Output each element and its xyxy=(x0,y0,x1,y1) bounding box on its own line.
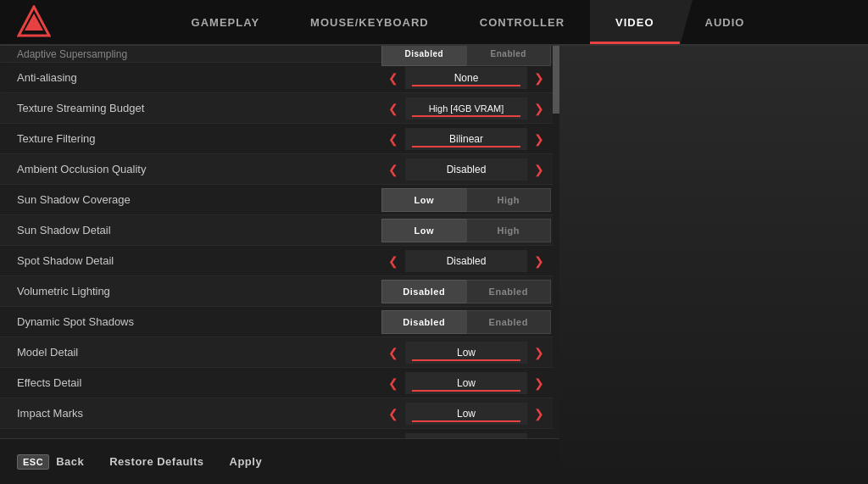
value-impact-marks: Low xyxy=(405,403,527,425)
partial-toggle-on[interactable]: Enabled xyxy=(466,46,552,66)
back-label: Back xyxy=(56,455,84,468)
arrow-left-model-detail[interactable]: ❮ xyxy=(381,341,405,364)
row-anti-aliasing: Anti-aliasing ❮ None ❯ xyxy=(0,63,559,93)
toggle-sun-shadow-coverage-low[interactable]: Low xyxy=(381,188,466,212)
arrow-right-model-detail[interactable]: ❯ xyxy=(527,341,551,364)
control-anti-aliasing: ❮ None ❯ xyxy=(381,66,551,90)
row-impact-marks: Impact Marks ❮ Low ❯ xyxy=(0,398,559,429)
label-spot-shadow-detail: Spot Shadow Detail xyxy=(8,254,381,267)
logo-area xyxy=(0,0,68,44)
scrollbar-track xyxy=(553,46,559,438)
row-spot-shadow-detail: Spot Shadow Detail ❮ Disabled ❯ xyxy=(0,246,559,276)
value-texture-filtering: Bilinear xyxy=(405,128,527,150)
toggle-sun-shadow-detail-high[interactable]: High xyxy=(466,219,552,242)
value-ambient-occlusion: Disabled xyxy=(405,159,527,181)
toggle-sun-shadow-coverage-high[interactable]: High xyxy=(466,188,552,212)
arrow-right-texture-filtering[interactable]: ❯ xyxy=(527,127,551,151)
svg-marker-1 xyxy=(25,14,43,31)
bottom-bar: ESC Back Restore Defaults Apply xyxy=(0,438,559,484)
navigation-bar: GAMEPLAY MOUSE/KEYBOARD CONTROLLER VIDEO… xyxy=(0,0,868,46)
tab-video[interactable]: VIDEO xyxy=(590,0,679,44)
toggle-sun-shadow-detail-low[interactable]: Low xyxy=(381,219,466,242)
arrow-left-anti-aliasing[interactable]: ❮ xyxy=(381,66,405,90)
partial-label: Adaptive Supersampling xyxy=(8,48,381,60)
label-anti-aliasing: Anti-aliasing xyxy=(8,71,381,84)
esc-key-badge: ESC xyxy=(17,454,49,470)
row-effects-detail: Effects Detail ❮ Low ❯ xyxy=(0,368,559,398)
tab-audio[interactable]: AUDIO xyxy=(680,0,771,44)
control-impact-marks: ❮ Low ❯ xyxy=(381,402,551,426)
arrow-left-texture-streaming[interactable]: ❮ xyxy=(381,97,405,120)
control-texture-filtering: ❮ Bilinear ❯ xyxy=(381,127,551,151)
arrow-right-ragdolls[interactable]: ❯ xyxy=(527,432,551,439)
control-spot-shadow-detail: ❮ Disabled ❯ xyxy=(381,249,551,273)
scrollbar-thumb[interactable] xyxy=(553,46,559,114)
settings-panel: Adaptive Supersampling Disabled Enabled … xyxy=(0,46,559,484)
row-model-detail: Model Detail ❮ Low ❯ xyxy=(0,337,559,368)
arrow-left-ambient-occlusion[interactable]: ❮ xyxy=(381,158,405,181)
row-sun-shadow-detail: Sun Shadow Detail Low High xyxy=(0,215,559,246)
apply-label: Apply xyxy=(230,455,263,468)
control-ambient-occlusion: ❮ Disabled ❯ xyxy=(381,158,551,181)
toggle-dynamic-spot-shadows-disabled[interactable]: Disabled xyxy=(381,310,466,334)
control-model-detail: ❮ Low ❯ xyxy=(381,341,551,364)
arrow-right-spot-shadow-detail[interactable]: ❯ xyxy=(527,249,551,273)
label-sun-shadow-detail: Sun Shadow Detail xyxy=(8,224,381,236)
value-effects-detail: Low xyxy=(405,372,527,394)
arrow-right-ambient-occlusion[interactable]: ❯ xyxy=(527,158,551,181)
label-sun-shadow-coverage: Sun Shadow Coverage xyxy=(8,193,381,206)
arrow-left-spot-shadow-detail[interactable]: ❮ xyxy=(381,249,405,273)
row-sun-shadow-coverage: Sun Shadow Coverage Low High xyxy=(0,185,559,215)
toggle-volumetric-lighting-enabled[interactable]: Enabled xyxy=(466,280,552,303)
control-sun-shadow-coverage: Low High xyxy=(381,188,551,212)
main-content: Adaptive Supersampling Disabled Enabled … xyxy=(0,46,868,484)
control-sun-shadow-detail: Low High xyxy=(381,219,551,242)
apply-button[interactable]: Apply xyxy=(230,455,263,468)
back-button[interactable]: ESC Back xyxy=(17,454,84,470)
label-effects-detail: Effects Detail xyxy=(8,376,381,389)
partial-toggle-off[interactable]: Disabled xyxy=(381,46,466,66)
arrow-left-texture-filtering[interactable]: ❮ xyxy=(381,127,405,151)
label-impact-marks: Impact Marks xyxy=(8,407,381,420)
label-ambient-occlusion: Ambient Occlusion Quality xyxy=(8,163,381,175)
arrow-right-texture-streaming[interactable]: ❯ xyxy=(527,97,551,120)
control-effects-detail: ❮ Low ❯ xyxy=(381,371,551,395)
tab-gameplay[interactable]: GAMEPLAY xyxy=(166,0,285,44)
partial-row: Adaptive Supersampling Disabled Enabled xyxy=(0,46,559,63)
tab-controller[interactable]: CONTROLLER xyxy=(454,0,590,44)
control-texture-streaming: ❮ High [4GB VRAM] ❯ xyxy=(381,97,551,120)
tab-mouse-keyboard[interactable]: MOUSE/KEYBOARD xyxy=(285,0,454,44)
restore-defaults-label: Restore Defaults xyxy=(109,455,203,468)
value-model-detail: Low xyxy=(405,342,527,364)
row-ragdolls: Ragdolls ❮ Low ❯ xyxy=(0,429,559,438)
arrow-left-effects-detail[interactable]: ❮ xyxy=(381,371,405,395)
arrow-right-effects-detail[interactable]: ❯ xyxy=(527,371,551,395)
label-texture-filtering: Texture Filtering xyxy=(8,132,381,145)
arrow-left-impact-marks[interactable]: ❮ xyxy=(381,402,405,426)
value-anti-aliasing: None xyxy=(405,67,527,89)
nav-tabs: GAMEPLAY MOUSE/KEYBOARD CONTROLLER VIDEO… xyxy=(68,0,868,44)
value-spot-shadow-detail: Disabled xyxy=(405,250,527,272)
row-ambient-occlusion: Ambient Occlusion Quality ❮ Disabled ❯ xyxy=(0,154,559,185)
restore-defaults-button[interactable]: Restore Defaults xyxy=(109,455,203,468)
label-volumetric-lighting: Volumetric Lighting xyxy=(8,285,381,298)
label-dynamic-spot-shadows: Dynamic Spot Shadows xyxy=(8,315,381,328)
row-dynamic-spot-shadows: Dynamic Spot Shadows Disabled Enabled xyxy=(0,307,559,337)
row-texture-filtering: Texture Filtering ❮ Bilinear ❯ xyxy=(0,124,559,154)
arrow-right-anti-aliasing[interactable]: ❯ xyxy=(527,66,551,90)
row-texture-streaming: Texture Streaming Budget ❮ High [4GB VRA… xyxy=(0,93,559,124)
row-volumetric-lighting: Volumetric Lighting Disabled Enabled xyxy=(0,276,559,307)
right-panel xyxy=(559,46,868,484)
settings-scroll[interactable]: Adaptive Supersampling Disabled Enabled … xyxy=(0,46,559,438)
control-dynamic-spot-shadows: Disabled Enabled xyxy=(381,310,551,334)
toggle-volumetric-lighting-disabled[interactable]: Disabled xyxy=(381,280,466,303)
label-model-detail: Model Detail xyxy=(8,346,381,359)
value-texture-streaming: High [4GB VRAM] xyxy=(405,97,527,120)
arrow-left-ragdolls[interactable]: ❮ xyxy=(381,432,405,439)
label-texture-streaming: Texture Streaming Budget xyxy=(8,102,381,114)
toggle-dynamic-spot-shadows-enabled[interactable]: Enabled xyxy=(466,310,552,334)
control-ragdolls: ❮ Low ❯ xyxy=(381,432,551,439)
arrow-right-impact-marks[interactable]: ❯ xyxy=(527,402,551,426)
apex-logo xyxy=(17,5,51,39)
control-volumetric-lighting: Disabled Enabled xyxy=(381,280,551,303)
